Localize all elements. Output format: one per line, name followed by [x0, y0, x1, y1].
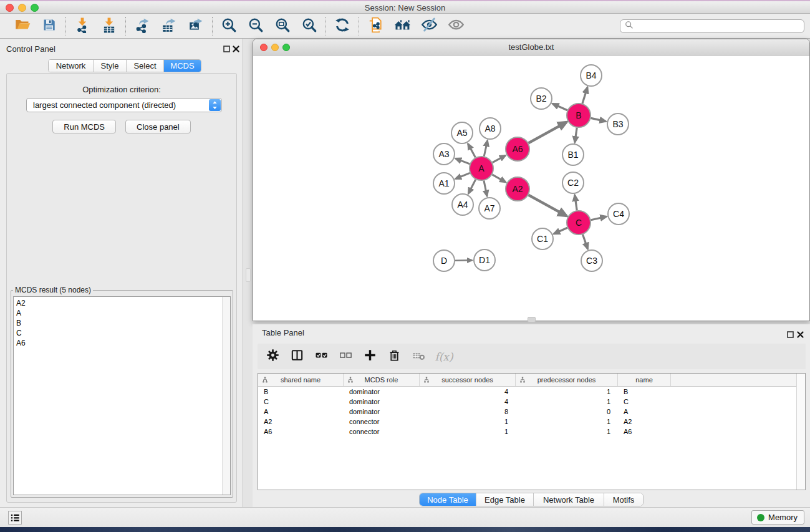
edge-B-B3[interactable] [591, 118, 606, 121]
cell-successor-nodes[interactable]: 4 [420, 387, 516, 397]
table-scrollbar[interactable] [796, 374, 805, 490]
tab-style[interactable]: Style [94, 60, 127, 72]
mcds-list-scrollbar[interactable] [222, 297, 230, 495]
network-canvas[interactable]: AA1A2A3A4A5A6A7A8BB1B2B3B4CC1C2C3C4DD1 [253, 56, 809, 321]
export-image-button[interactable] [186, 17, 205, 36]
first-neighbors-button[interactable] [393, 17, 412, 36]
mcds-result-list[interactable]: A2ABCA6 [13, 296, 231, 495]
cell-predecessor-nodes[interactable]: 1 [516, 427, 618, 437]
table-row[interactable]: A2connector11A2 [258, 417, 796, 427]
mcds-result-item[interactable]: A2 [16, 298, 220, 308]
cell-predecessor-nodes[interactable]: 1 [516, 387, 618, 397]
import-network-button[interactable] [73, 17, 92, 36]
cell-shared-name[interactable]: C [258, 397, 344, 407]
edge-C-C3[interactable] [583, 235, 588, 249]
node-C4[interactable]: C4 [608, 203, 629, 225]
show-all-button[interactable] [446, 17, 465, 36]
table-panel-close-button[interactable] [796, 331, 804, 338]
edge-A2-C[interactable] [529, 195, 567, 216]
table-panel-float-button[interactable] [786, 331, 794, 338]
cell-predecessor-nodes[interactable]: 1 [516, 397, 618, 407]
node-D[interactable]: D [433, 250, 455, 271]
node-B[interactable]: B [567, 104, 591, 127]
node-A4[interactable]: A4 [452, 194, 473, 215]
node-A8[interactable]: A8 [480, 118, 501, 139]
mcds-result-item[interactable]: B [16, 318, 220, 328]
tab-network[interactable]: Network [49, 60, 94, 72]
edge-A-A5[interactable] [468, 144, 476, 158]
cell-predecessor-nodes[interactable]: 0 [516, 407, 618, 417]
open-session-button[interactable] [13, 17, 32, 36]
control-panel-float-button[interactable] [223, 45, 230, 52]
cell-shared-name[interactable]: A6 [258, 427, 344, 437]
tab-motifs[interactable]: Motifs [604, 493, 643, 506]
edge-A-A7[interactable] [484, 181, 487, 196]
cell-mcds-role[interactable]: dominator [344, 407, 420, 417]
node-B4[interactable]: B4 [581, 65, 602, 86]
edge-C-C4[interactable] [591, 216, 607, 220]
node-C3[interactable]: C3 [581, 250, 602, 271]
criterion-dropdown[interactable]: largest connected component (directed) [26, 98, 222, 112]
tab-mcds[interactable]: MCDS [164, 60, 201, 72]
cell-name[interactable]: C [618, 397, 671, 407]
node-A[interactable]: A [470, 157, 493, 180]
cell-shared-name[interactable]: A [258, 407, 344, 417]
cell-shared-name[interactable]: A2 [258, 417, 344, 427]
node-A7[interactable]: A7 [479, 198, 500, 219]
zoom-fit-content-button[interactable] [273, 17, 292, 36]
cell-mcds-role[interactable]: dominator [344, 387, 420, 397]
cell-name[interactable]: A [618, 407, 671, 417]
cell-successor-nodes[interactable]: 8 [420, 407, 516, 417]
tab-network-table[interactable]: Network Table [534, 493, 604, 506]
edge-A-A6[interactable] [493, 155, 506, 162]
node-A6[interactable]: A6 [506, 137, 529, 161]
settings-button[interactable] [265, 349, 280, 364]
table-row[interactable]: Adominator80A [258, 407, 796, 417]
new-network-from-selection-button[interactable] [366, 17, 385, 36]
import-table-button[interactable] [100, 17, 118, 36]
memory-button[interactable]: Memory [751, 510, 804, 525]
refresh-layout-button[interactable] [333, 17, 352, 36]
edge-A-A2[interactable] [492, 175, 505, 182]
edge-C-C2[interactable] [575, 195, 577, 210]
cell-mcds-role[interactable]: connector [344, 417, 420, 427]
edge-A-A8[interactable] [484, 141, 487, 157]
node-A2[interactable]: A2 [506, 177, 529, 201]
export-network-button[interactable] [133, 17, 152, 36]
node-A5[interactable]: A5 [451, 122, 473, 143]
zoom-out-button[interactable] [246, 17, 265, 36]
tab-edge-table[interactable]: Edge Table [476, 493, 534, 506]
cell-successor-nodes[interactable]: 1 [420, 427, 516, 437]
delete-rows-button[interactable] [387, 349, 402, 364]
zoom-selected-button[interactable] [300, 17, 319, 36]
edge-A-A4[interactable] [468, 180, 476, 193]
cell-mcds-role[interactable]: connector [344, 427, 420, 437]
node-D1[interactable]: D1 [474, 249, 495, 271]
panel-divider-grip[interactable] [246, 268, 251, 282]
edge-B-B4[interactable] [582, 87, 587, 104]
cell-mcds-role[interactable]: dominator [344, 397, 420, 407]
cell-name[interactable]: B [618, 387, 671, 397]
node-C[interactable]: C [567, 211, 591, 235]
mcds-result-item[interactable]: C [16, 328, 220, 338]
node-B1[interactable]: B1 [562, 144, 584, 165]
table-row[interactable]: A6connector11A6 [258, 427, 796, 437]
table-row[interactable]: Cdominator41C [258, 397, 796, 407]
node-A3[interactable]: A3 [433, 143, 455, 165]
select-all-button[interactable] [314, 349, 329, 364]
cell-shared-name[interactable]: B [258, 387, 344, 397]
control-panel-close-button[interactable] [232, 45, 239, 52]
table-divider-grip[interactable] [528, 317, 536, 322]
node-C2[interactable]: C2 [562, 172, 584, 193]
cell-name[interactable]: A2 [618, 417, 671, 427]
node-C1[interactable]: C1 [532, 228, 553, 249]
search-box[interactable] [620, 19, 804, 33]
edge-B-B1[interactable] [575, 128, 577, 142]
edge-A-A3[interactable] [456, 158, 470, 164]
column-header-predecessor-nodes[interactable]: predecessor nodes [516, 374, 618, 386]
cell-successor-nodes[interactable]: 1 [420, 417, 516, 427]
cell-name[interactable]: A6 [618, 427, 671, 437]
search-input[interactable] [636, 21, 804, 32]
deselect-all-button[interactable] [338, 349, 353, 364]
node-B3[interactable]: B3 [607, 114, 629, 135]
